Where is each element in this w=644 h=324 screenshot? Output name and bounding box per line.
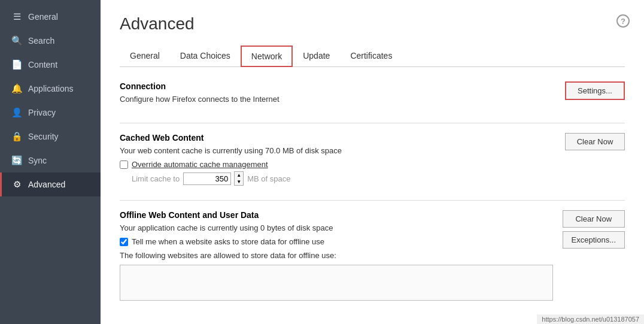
cached-title: Cached Web Content bbox=[120, 133, 565, 143]
connection-desc: Configure how Firefox connects to the In… bbox=[120, 95, 565, 104]
applications-icon: 🔔 bbox=[11, 83, 22, 94]
limit-unit: MB of space bbox=[247, 174, 290, 183]
tab-update[interactable]: Update bbox=[293, 46, 340, 67]
sidebar-item-sync[interactable]: 🔄 Sync bbox=[0, 149, 101, 172]
offline-buttons-group: Clear Now Exceptions... bbox=[563, 210, 625, 249]
url-bar: https://blog.csdn.net/u013187057 bbox=[537, 314, 644, 324]
sidebar-label-sync: Sync bbox=[28, 156, 47, 165]
sidebar-item-applications[interactable]: 🔔 Applications bbox=[0, 77, 101, 101]
spin-box: ▲ ▼ bbox=[234, 171, 244, 186]
security-icon: 🔒 bbox=[11, 131, 22, 142]
spin-up[interactable]: ▲ bbox=[235, 172, 243, 178]
tab-network[interactable]: Network bbox=[241, 46, 293, 67]
main-content: Advanced ? General Data Choices Network … bbox=[101, 0, 644, 324]
sidebar-item-security[interactable]: 🔒 Security bbox=[0, 125, 101, 149]
divider-1 bbox=[120, 123, 625, 123]
page-title: Advanced bbox=[120, 14, 625, 34]
general-icon: ☰ bbox=[11, 11, 22, 22]
sidebar-item-privacy[interactable]: 👤 Privacy bbox=[0, 101, 101, 125]
following-label: The following websites are allowed to st… bbox=[120, 251, 553, 260]
sidebar: ☰ General 🔍 Search 📄 Content 🔔 Applicati… bbox=[0, 0, 101, 324]
override-row: Override automatic cache management bbox=[120, 160, 565, 169]
sidebar-item-search[interactable]: 🔍 Search bbox=[0, 29, 101, 53]
tab-certificates[interactable]: Certificates bbox=[340, 46, 402, 67]
privacy-icon: 👤 bbox=[11, 107, 22, 118]
cached-web-content-section: Cached Web Content Your web content cach… bbox=[120, 133, 625, 186]
spin-down[interactable]: ▼ bbox=[235, 178, 243, 185]
cache-limit-input[interactable] bbox=[183, 172, 231, 185]
sidebar-item-content[interactable]: 📄 Content bbox=[0, 53, 101, 77]
cached-desc: Your web content cache is currently usin… bbox=[120, 146, 565, 155]
sidebar-label-search: Search bbox=[28, 36, 54, 46]
tell-me-row: Tell me when a website asks to store dat… bbox=[120, 237, 553, 246]
content-icon: 📄 bbox=[11, 59, 22, 70]
sidebar-label-privacy: Privacy bbox=[28, 108, 56, 117]
sidebar-label-general: General bbox=[28, 12, 58, 22]
offline-title: Offline Web Content and User Data bbox=[120, 210, 553, 220]
websites-list bbox=[120, 265, 553, 301]
connection-section: Connection Configure how Firefox connect… bbox=[120, 81, 625, 108]
cached-clear-now-button[interactable]: Clear Now bbox=[565, 133, 625, 150]
search-icon: 🔍 bbox=[11, 35, 22, 46]
tab-general[interactable]: General bbox=[120, 46, 170, 67]
help-button[interactable]: ? bbox=[616, 14, 630, 28]
sidebar-item-general[interactable]: ☰ General bbox=[0, 5, 101, 29]
advanced-icon: ⚙ bbox=[11, 179, 22, 190]
offline-section: Offline Web Content and User Data Your a… bbox=[120, 210, 625, 301]
divider-2 bbox=[120, 200, 625, 201]
tell-me-label: Tell me when a website asks to store dat… bbox=[132, 237, 324, 246]
offline-desc: Your application cache is currently usin… bbox=[120, 223, 553, 232]
sidebar-label-content: Content bbox=[28, 60, 57, 69]
settings-button[interactable]: Settings... bbox=[565, 81, 625, 100]
limit-label: Limit cache to bbox=[132, 174, 180, 183]
sidebar-label-advanced: Advanced bbox=[28, 180, 65, 189]
tab-data-choices[interactable]: Data Choices bbox=[170, 46, 241, 67]
cache-limit-row: Limit cache to ▲ ▼ MB of space bbox=[132, 171, 565, 186]
tab-bar: General Data Choices Network Update Cert… bbox=[120, 46, 625, 67]
sync-icon: 🔄 bbox=[11, 155, 22, 166]
sidebar-item-advanced[interactable]: ⚙ Advanced bbox=[0, 172, 101, 196]
exceptions-button[interactable]: Exceptions... bbox=[563, 231, 625, 249]
override-label: Override automatic cache management bbox=[132, 160, 268, 169]
sidebar-label-security: Security bbox=[28, 132, 59, 141]
tell-me-checkbox[interactable] bbox=[120, 238, 128, 246]
override-checkbox[interactable] bbox=[120, 161, 128, 169]
offline-clear-now-button[interactable]: Clear Now bbox=[563, 210, 625, 228]
sidebar-label-applications: Applications bbox=[28, 84, 74, 93]
connection-title: Connection bbox=[120, 81, 565, 91]
